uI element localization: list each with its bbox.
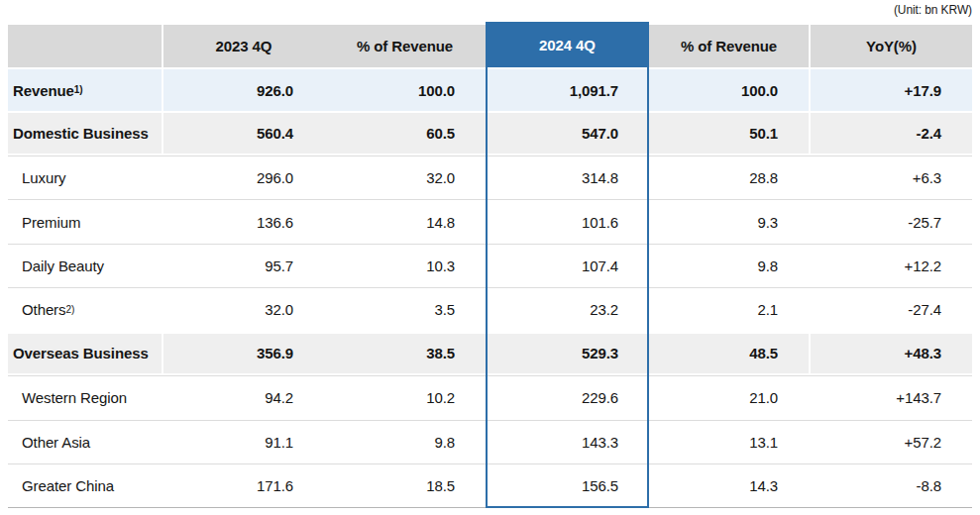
table-row-other-asia: Other Asia 91.1 9.8 143.3 13.1 +57.2 [8,420,972,464]
cell-2023-value: 560.4 [163,113,324,153]
cell-2024-value: 529.3 [486,334,649,373]
table-row-overseas-business: Overseas Business 356.9 38.5 529.3 48.5 … [8,332,972,375]
table-row-western-region: Western Region 94.2 10.2 229.6 21.0 +143… [8,375,972,419]
header-yoy: YoY(%) [811,25,972,67]
cell-2023-pct: 9.8 [324,421,486,464]
unit-note: (Unit: bn KRW) [894,3,972,17]
cell-2023-pct: 10.2 [324,376,486,419]
cell-2023-pct: 14.8 [324,200,486,243]
cell-2023-value: 94.2 [163,376,324,419]
cell-yoy: +143.7 [811,376,972,419]
cell-2024-pct: 9.3 [649,200,811,243]
table-row-premium: Premium 136.6 14.8 101.6 9.3 -25.7 [8,199,972,243]
cell-2024-pct: 100.0 [649,69,811,111]
header-row-labels [8,25,163,67]
cell-2024-pct: 14.3 [649,464,811,507]
header-pct-revenue-2023: % of Revenue [324,25,486,67]
cell-2023-value: 356.9 [163,334,324,373]
row-label: Premium [8,200,163,243]
revenue-table: 2023 4Q % of Revenue % of Revenue YoY(%)… [8,25,972,508]
table-row-others: Others2) 32.0 3.5 23.2 2.1 -27.4 [8,287,972,331]
row-label: Western Region [8,376,163,419]
cell-2024-value: 547.0 [486,113,649,153]
cell-yoy: -27.4 [811,288,972,331]
cell-2023-pct: 32.0 [324,156,486,199]
cell-2023-value: 296.0 [163,156,324,199]
row-label: Daily Beauty [8,245,163,287]
cell-2023-pct: 3.5 [324,288,486,331]
row-label: Overseas Business [8,334,163,373]
cell-2024-pct: 9.8 [649,245,811,287]
cell-2024-value: 107.4 [486,245,649,287]
cell-yoy: +48.3 [811,334,972,373]
results-slide: (Unit: bn KRW) 2023 4Q % of Revenue % of… [0,0,980,515]
header-2023-4q: 2023 4Q [163,25,324,67]
cell-2023-value: 926.0 [163,69,324,111]
cell-yoy: +57.2 [811,421,972,464]
cell-2024-pct: 50.1 [649,113,811,153]
header-pct-revenue-2024: % of Revenue [649,25,811,67]
table-row-revenue: Revenue1) 926.0 100.0 1,091.7 100.0 +17.… [8,67,972,111]
cell-2023-pct: 10.3 [324,245,486,287]
cell-2024-value: 314.8 [486,156,649,199]
table-row-daily-beauty: Daily Beauty 95.7 10.3 107.4 9.8 +12.2 [8,244,972,287]
cell-2024-value: 1,091.7 [486,69,649,111]
cell-2023-value: 91.1 [163,421,324,464]
cell-2024-value: 156.5 [486,464,649,507]
cell-yoy: -2.4 [811,113,972,153]
cell-2024-pct: 21.0 [649,376,811,419]
cell-2023-value: 95.7 [163,245,324,287]
cell-2023-value: 136.6 [163,200,324,243]
row-label: Other Asia [8,421,163,464]
cell-yoy: -8.8 [811,464,972,507]
row-label: Others2) [8,288,163,331]
cell-2024-pct: 28.8 [649,156,811,199]
cell-2023-value: 171.6 [163,464,324,507]
cell-2024-value: 101.6 [486,200,649,243]
cell-yoy: -25.7 [811,200,972,243]
row-label: Domestic Business [8,113,163,153]
cell-2024-pct: 48.5 [649,334,811,373]
cell-2023-pct: 100.0 [324,69,486,111]
table-row-greater-china: Greater China 171.6 18.5 156.5 14.3 -8.8 [8,464,972,507]
row-label: Revenue1) [8,69,163,111]
row-label: Greater China [8,464,163,507]
header-2024-4q: 2024 4Q [486,22,649,67]
table-row-domestic-business: Domestic Business 560.4 60.5 547.0 50.1 … [8,111,972,154]
cell-2024-value: 143.3 [486,421,649,464]
cell-yoy: +12.2 [811,245,972,287]
cell-yoy: +6.3 [811,156,972,199]
cell-2023-pct: 38.5 [324,334,486,373]
cell-2024-pct: 2.1 [649,288,811,331]
cell-2024-pct: 13.1 [649,421,811,464]
cell-2023-pct: 60.5 [324,113,486,153]
cell-yoy: +17.9 [811,69,972,111]
cell-2024-value: 229.6 [486,376,649,419]
table-row-luxury: Luxury 296.0 32.0 314.8 28.8 +6.3 [8,155,972,199]
row-label: Luxury [8,156,163,199]
cell-2023-pct: 18.5 [324,464,486,507]
cell-2024-value: 23.2 [486,288,649,331]
cell-2023-value: 32.0 [163,288,324,331]
